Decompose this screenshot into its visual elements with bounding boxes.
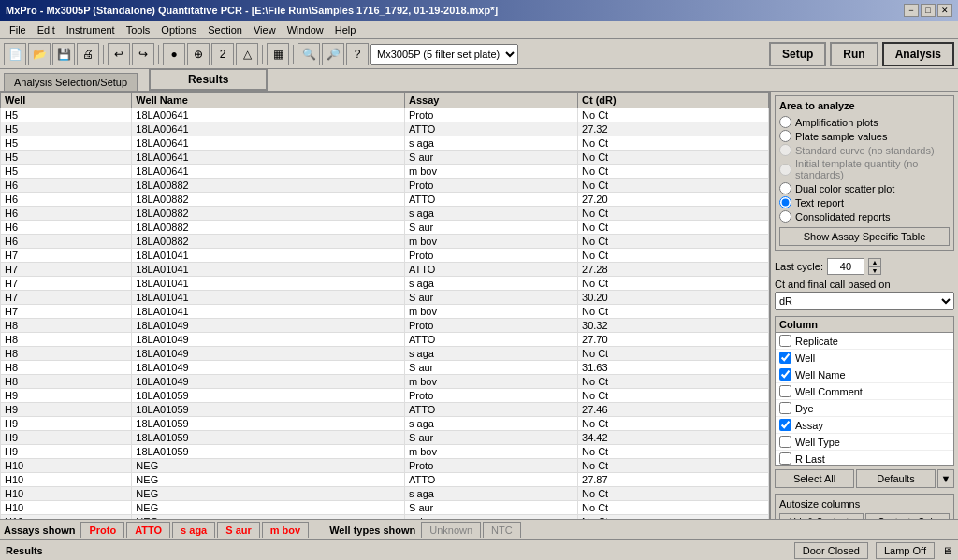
open-btn[interactable]: 📂 (28, 43, 51, 65)
print-btn[interactable]: 🖨 (77, 43, 99, 65)
table-row[interactable]: H10NEGATTO27.87 (1, 473, 769, 487)
well-type-unknown[interactable]: Unknown (421, 522, 481, 538)
new-btn[interactable]: 📄 (4, 43, 26, 65)
table-row[interactable]: H918LA01059ATTO27.46 (1, 403, 769, 417)
well-type-ntc[interactable]: NTC (483, 522, 521, 538)
tab-results[interactable]: Results (149, 68, 268, 91)
radio-amplification-input[interactable] (779, 116, 791, 128)
device-select[interactable]: Mx3005P (5 filter set plate) (370, 44, 518, 65)
assay-saur[interactable]: S aur (217, 522, 260, 538)
col-well[interactable]: Well (1, 93, 132, 108)
minimize-button[interactable]: − (904, 4, 919, 17)
table-row[interactable]: H718LA01041s agaNo Ct (1, 277, 769, 291)
col-assay[interactable]: Assay (404, 93, 577, 108)
menu-help[interactable]: Help (329, 22, 362, 37)
assay-saga[interactable]: s aga (172, 522, 215, 538)
table-row[interactable]: H618LA00882s agaNo Ct (1, 207, 769, 221)
column-list[interactable]: Column ReplicateWellWell NameWell Commen… (775, 316, 954, 466)
spin-up-btn[interactable]: ▲ (868, 258, 881, 266)
run-button[interactable]: Run (830, 42, 878, 66)
table-row[interactable]: H718LA01041S aur30.20 (1, 291, 769, 305)
hdr-contents-btn[interactable]: Hdr & Contents (779, 513, 864, 519)
table-row[interactable]: H818LA01049m bovNo Ct (1, 375, 769, 389)
table-row[interactable]: H10NEGm bovNo Ct (1, 515, 769, 520)
menu-instrument[interactable]: Instrument (61, 22, 121, 37)
analysis-button[interactable]: Analysis (882, 42, 954, 66)
table-row[interactable]: H618LA00882m bovNo Ct (1, 235, 769, 249)
assay-proto[interactable]: Proto (80, 522, 124, 538)
filter1-btn[interactable]: ● (163, 43, 185, 65)
maximize-button[interactable]: □ (921, 4, 936, 17)
table-row[interactable]: H818LA01049Proto30.32 (1, 319, 769, 333)
col-ct[interactable]: Ct (dR) (578, 93, 769, 108)
col-wellname[interactable]: Well Name (132, 93, 405, 108)
table-row[interactable]: H918LA01059S aur34.42 (1, 431, 769, 445)
column-checkbox[interactable] (779, 452, 791, 465)
table-row[interactable]: H718LA01041m bovNo Ct (1, 305, 769, 319)
select-all-btn[interactable]: Select All (775, 469, 854, 488)
menu-section[interactable]: Section (202, 22, 248, 37)
table-row[interactable]: H818LA01049ATTO27.70 (1, 333, 769, 347)
radio-dual-color-input[interactable] (779, 182, 791, 194)
menu-options[interactable]: Options (155, 22, 202, 37)
show-assay-btn[interactable]: Show Assay Specific Table (779, 227, 950, 246)
filter2-btn[interactable]: ⊕ (187, 43, 210, 65)
table-container[interactable]: Well Well Name Assay Ct (dR) H518LA00641… (0, 92, 769, 519)
menu-view[interactable]: View (248, 22, 282, 37)
radio-text-report-input[interactable] (779, 196, 791, 208)
table-row[interactable]: H618LA00882S aurNo Ct (1, 221, 769, 235)
table-cell: H9 (1, 417, 132, 431)
column-checkbox[interactable] (779, 385, 791, 397)
sep3 (262, 45, 263, 64)
menu-window[interactable]: Window (282, 22, 329, 37)
contents-only-btn[interactable]: Contents Only (865, 513, 950, 519)
column-checkbox[interactable] (779, 368, 791, 381)
setup-button[interactable]: Setup (769, 42, 826, 66)
table-row[interactable]: H718LA01041ProtoNo Ct (1, 249, 769, 263)
last-cycle-input[interactable] (827, 258, 864, 275)
table-row[interactable]: H10NEGs agaNo Ct (1, 487, 769, 501)
calc-btn[interactable]: ▦ (267, 43, 289, 65)
table-row[interactable]: H518LA00641m bovNo Ct (1, 165, 769, 179)
table-row[interactable]: H10NEGProtoNo Ct (1, 459, 769, 473)
table-row[interactable]: H618LA00882ProtoNo Ct (1, 179, 769, 193)
column-checkbox[interactable] (779, 352, 791, 364)
table-row[interactable]: H818LA01049s agaNo Ct (1, 347, 769, 361)
delta-btn[interactable]: △ (236, 43, 258, 65)
column-checkbox[interactable] (779, 436, 791, 448)
column-checkbox[interactable] (779, 335, 791, 347)
column-checkbox[interactable] (779, 419, 791, 431)
table-row[interactable]: H918LA01059m bovNo Ct (1, 445, 769, 459)
redo-btn[interactable]: ↪ (132, 43, 154, 65)
num-btn[interactable]: 2 (211, 43, 234, 65)
radio-plate-sample-input[interactable] (779, 130, 791, 142)
table-row[interactable]: H818LA01049S aur31.63 (1, 361, 769, 375)
ct-select[interactable]: dR (775, 292, 954, 310)
table-row[interactable]: H518LA00641S aurNo Ct (1, 151, 769, 165)
tab-analysis-setup[interactable]: Analysis Selection/Setup (4, 73, 138, 91)
table-row[interactable]: H518LA00641ProtoNo Ct (1, 108, 769, 122)
table-row[interactable]: H918LA01059s agaNo Ct (1, 417, 769, 431)
close-button[interactable]: ✕ (937, 4, 952, 17)
menu-edit[interactable]: Edit (32, 22, 61, 37)
column-checkbox[interactable] (779, 402, 791, 414)
defaults-btn[interactable]: Defaults (856, 469, 936, 488)
search-btn[interactable]: 🔍 (298, 43, 320, 65)
table-row[interactable]: H10NEGS aurNo Ct (1, 501, 769, 515)
radio-consolidated-input[interactable] (779, 210, 791, 223)
assay-atto[interactable]: ATTO (126, 522, 170, 538)
help-btn[interactable]: ? (346, 43, 369, 65)
table-row[interactable]: H918LA01059ProtoNo Ct (1, 389, 769, 403)
column-dropdown-btn[interactable]: ▼ (937, 469, 954, 488)
table-row[interactable]: H718LA01041ATTO27.28 (1, 263, 769, 277)
save-btn[interactable]: 💾 (52, 43, 75, 65)
table-row[interactable]: H518LA00641s agaNo Ct (1, 136, 769, 151)
menu-tools[interactable]: Tools (121, 22, 156, 37)
assay-mbov[interactable]: m bov (262, 522, 309, 538)
table-row[interactable]: H618LA00882ATTO27.20 (1, 193, 769, 207)
zoom-btn[interactable]: 🔎 (322, 43, 344, 65)
spin-down-btn[interactable]: ▼ (868, 266, 881, 275)
menu-file[interactable]: File (4, 22, 32, 37)
table-row[interactable]: H518LA00641ATTO27.32 (1, 122, 769, 136)
undo-btn[interactable]: ↩ (108, 43, 130, 65)
